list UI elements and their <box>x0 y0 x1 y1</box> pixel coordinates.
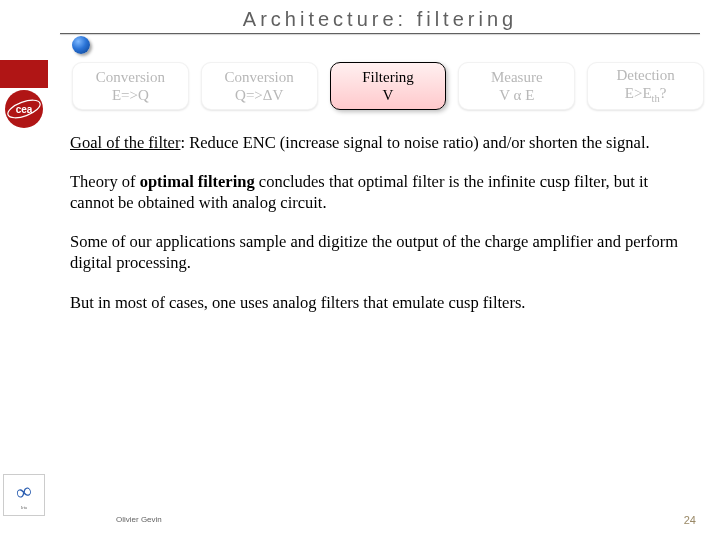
stage-line1: Conversion <box>225 68 294 86</box>
stage-conversion-qv: Conversion Q=>ΔV <box>201 62 318 110</box>
paragraph-analog: But in most of cases, one uses analog fi… <box>70 292 682 313</box>
red-strip <box>0 60 48 88</box>
stage-line2: Q=>ΔV <box>235 86 283 104</box>
footer-page-number: 24 <box>684 514 696 526</box>
stage-filtering: Filtering V <box>330 62 447 110</box>
stage-line2: E=>Q <box>112 86 149 104</box>
stage-line1: Filtering <box>362 68 414 86</box>
stage-row: Conversion E=>Q Conversion Q=>ΔV Filteri… <box>72 62 704 110</box>
stage-line1: Conversion <box>96 68 165 86</box>
paragraph-theory: Theory of optimal filtering concludes th… <box>70 171 682 213</box>
paragraph-sample: Some of our applications sample and digi… <box>70 231 682 273</box>
stage-line2: E>Eth? <box>625 84 667 106</box>
title-area: Architecture: filtering <box>60 8 700 34</box>
paragraph-goal: Goal of the filter: Reduce ENC (increase… <box>70 132 682 153</box>
slide: Architecture: filtering cea ∞ Irfu Conve… <box>0 0 720 540</box>
title-rule <box>60 33 700 34</box>
goal-label: Goal of the filter <box>70 133 180 152</box>
stage-line2: V <box>383 86 394 104</box>
bullet-ball-icon <box>72 36 90 54</box>
body-text: Goal of the filter: Reduce ENC (increase… <box>70 132 682 331</box>
slide-title: Architecture: filtering <box>60 8 700 31</box>
irfu-label: Irfu <box>21 505 27 510</box>
left-sidebar: cea ∞ Irfu <box>0 60 48 540</box>
stage-detection: Detection E>Eth? <box>587 62 704 110</box>
infinity-icon: ∞ <box>14 479 35 504</box>
stage-line2: V α E <box>499 86 534 104</box>
stage-line1: Measure <box>491 68 543 86</box>
footer-author: Olivier Gevin <box>116 515 162 524</box>
goal-rest: : Reduce ENC (increase signal to noise r… <box>180 133 649 152</box>
stage-line1: Detection <box>616 66 674 84</box>
cea-logo-icon: cea <box>3 88 45 130</box>
irfu-logo: ∞ Irfu <box>3 474 45 516</box>
svg-text:cea: cea <box>16 104 33 115</box>
stage-conversion-eq: Conversion E=>Q <box>72 62 189 110</box>
stage-measure: Measure V α E <box>458 62 575 110</box>
